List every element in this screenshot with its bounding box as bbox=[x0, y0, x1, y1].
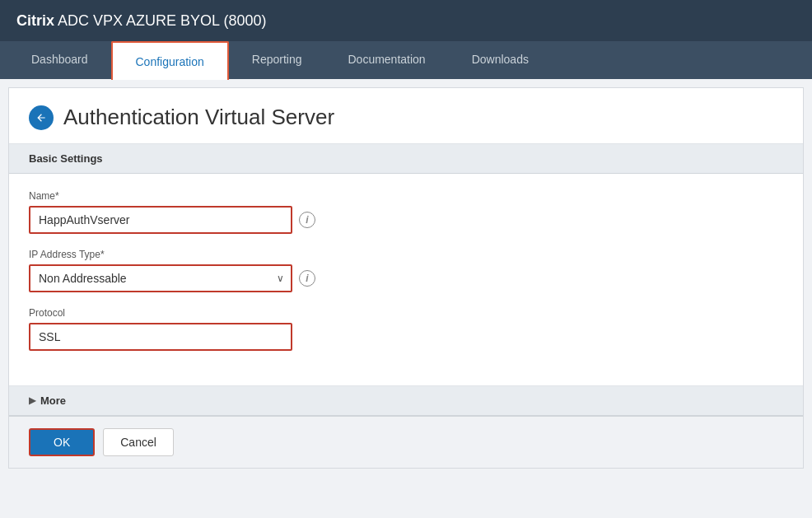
ip-address-type-field-group: IP Address Type* Non Addressable IPV4 IP… bbox=[29, 249, 783, 292]
protocol-field-row bbox=[29, 323, 783, 351]
footer-buttons: OK Cancel bbox=[9, 416, 803, 468]
ip-address-type-select-wrapper: Non Addressable IPV4 IPV6 bbox=[29, 264, 292, 292]
section-body-basic: Name* i IP Address Type* Non Add bbox=[9, 174, 803, 385]
brand-name: Citrix bbox=[16, 12, 54, 29]
basic-settings-section: Basic Settings Name* i IP Address Type* bbox=[9, 144, 803, 386]
more-label: More bbox=[40, 394, 66, 407]
ok-button[interactable]: OK bbox=[29, 428, 95, 456]
nav-item-downloads[interactable]: Downloads bbox=[449, 41, 552, 80]
name-field-group: Name* i bbox=[29, 190, 783, 234]
name-field-row: i bbox=[29, 206, 783, 234]
ip-address-type-label: IP Address Type* bbox=[29, 249, 783, 260]
more-arrow-icon: ▶ bbox=[29, 395, 35, 406]
nav-item-documentation[interactable]: Documentation bbox=[324, 41, 448, 80]
nav-item-configuration[interactable]: Configuration bbox=[111, 41, 229, 80]
section-header-basic: Basic Settings bbox=[9, 144, 803, 174]
app-title: ADC VPX AZURE BYOL (8000) bbox=[58, 12, 266, 29]
ip-address-type-select[interactable]: Non Addressable IPV4 IPV6 bbox=[29, 264, 292, 292]
ip-address-info-icon[interactable]: i bbox=[299, 270, 315, 287]
back-button[interactable] bbox=[29, 105, 54, 130]
page-title-bar: Authentication Virtual Server bbox=[9, 88, 803, 144]
cancel-button[interactable]: Cancel bbox=[103, 428, 174, 456]
nav-item-dashboard[interactable]: Dashboard bbox=[8, 41, 111, 80]
name-input[interactable] bbox=[29, 206, 292, 234]
form-container: Basic Settings Name* i IP Address Type* bbox=[9, 144, 803, 468]
name-info-icon[interactable]: i bbox=[299, 212, 315, 228]
more-section[interactable]: ▶ More bbox=[9, 386, 803, 416]
protocol-label: Protocol bbox=[29, 307, 783, 319]
ip-address-type-field-row: Non Addressable IPV4 IPV6 i bbox=[29, 264, 783, 292]
name-label: Name* bbox=[29, 190, 783, 202]
main-content: Authentication Virtual Server Basic Sett… bbox=[8, 87, 804, 469]
protocol-input[interactable] bbox=[29, 323, 292, 351]
nav-item-reporting[interactable]: Reporting bbox=[229, 41, 325, 80]
protocol-field-group: Protocol bbox=[29, 307, 783, 351]
page-title: Authentication Virtual Server bbox=[63, 105, 334, 130]
header: Citrix ADC VPX AZURE BYOL (8000) bbox=[0, 0, 812, 41]
header-title: Citrix ADC VPX AZURE BYOL (8000) bbox=[16, 12, 266, 30]
main-nav: Dashboard Configuration Reporting Docume… bbox=[0, 41, 812, 79]
